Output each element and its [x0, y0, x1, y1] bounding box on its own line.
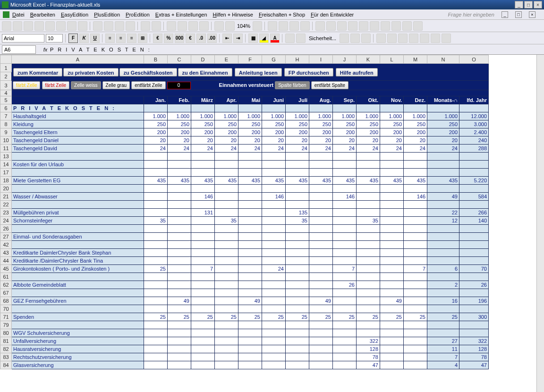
cell-80-C[interactable]: [168, 329, 191, 337]
monat-80[interactable]: [427, 329, 459, 337]
jahr-7[interactable]: 12.000: [459, 112, 489, 120]
cell-42-K[interactable]: [357, 241, 380, 249]
cell-79-K[interactable]: [357, 321, 380, 329]
cell-83-M[interactable]: [404, 353, 427, 361]
cell-8-I[interactable]: 250: [309, 120, 333, 128]
row-header-23[interactable]: 23: [0, 209, 12, 217]
cell-24-D[interactable]: [191, 217, 215, 225]
col-monat[interactable]: Monats-∩: [427, 96, 459, 104]
cell-62-J[interactable]: 26: [333, 281, 357, 289]
row-header-21[interactable]: 21: [0, 193, 12, 201]
cell-20-M[interactable]: [404, 185, 427, 193]
monat-81[interactable]: 27: [427, 337, 459, 345]
cell-17-F[interactable]: [238, 169, 262, 177]
cell-22-M[interactable]: [404, 201, 427, 209]
cell-27-B[interactable]: [144, 233, 168, 241]
monat-7[interactable]: 1.000: [427, 112, 459, 120]
cell-71-H[interactable]: 25: [286, 313, 309, 321]
label-row-21[interactable]: Wasser / Abwasser: [12, 193, 144, 201]
sec5-icon[interactable]: [361, 34, 371, 43]
cell-62-G[interactable]: [262, 281, 286, 289]
cell-71-F[interactable]: 25: [238, 313, 262, 321]
col-header-A[interactable]: A: [12, 55, 144, 64]
cell-45-F[interactable]: [238, 265, 262, 273]
cell-27-G[interactable]: [262, 233, 286, 241]
nav-button-zudeneinnahmen[interactable]: zu den Einnahmen: [178, 68, 232, 77]
cell-81-K[interactable]: 322: [357, 337, 380, 345]
cell-62-E[interactable]: [215, 281, 238, 289]
jahr-68[interactable]: 196: [459, 297, 489, 305]
cell-44-F[interactable]: [238, 257, 262, 265]
cell-17-G[interactable]: [262, 169, 286, 177]
paste-icon[interactable]: [115, 21, 124, 31]
cell-81-G[interactable]: [262, 337, 286, 345]
color-row-button[interactable]: färbt Zeile: [42, 81, 69, 89]
cell-79-J[interactable]: [333, 321, 357, 329]
cell-13-H[interactable]: [286, 153, 309, 161]
cell-45-I[interactable]: [309, 265, 333, 273]
label-row-14[interactable]: Kosten für den Urlaub: [12, 161, 144, 169]
label-row-8[interactable]: Kleidung: [12, 120, 144, 128]
cell-20-J[interactable]: [333, 185, 357, 193]
doc-restore-button[interactable]: □: [515, 11, 522, 18]
cell-20-H[interactable]: [286, 185, 309, 193]
cell-17-K[interactable]: [357, 169, 380, 177]
col-header-E[interactable]: E: [215, 55, 238, 64]
cell-45-M[interactable]: 7: [404, 265, 427, 273]
cell-20-F[interactable]: [238, 185, 262, 193]
cell-22-J[interactable]: [333, 201, 357, 209]
cell-7-M[interactable]: 1.000: [404, 112, 427, 120]
cell-11-H[interactable]: 24: [286, 145, 309, 153]
cell-67-E[interactable]: [215, 289, 238, 297]
cell-10-L[interactable]: 20: [380, 136, 404, 145]
cell-71-B[interactable]: 25: [144, 313, 168, 321]
jahr-84[interactable]: 47: [459, 361, 489, 369]
row-header-10[interactable]: 10: [0, 136, 12, 145]
cell-43-D[interactable]: [191, 249, 215, 257]
cell-22-K[interactable]: [357, 201, 380, 209]
cell-20-E[interactable]: [215, 185, 238, 193]
cell-80-B[interactable]: [144, 329, 168, 337]
monat-18[interactable]: 435: [427, 177, 459, 185]
label-row-17[interactable]: [12, 169, 144, 177]
cell-10-J[interactable]: 20: [333, 136, 357, 145]
label-row-23[interactable]: Müllgebühren privat: [12, 209, 144, 217]
cell-13-C[interactable]: [168, 153, 191, 161]
row-header-80[interactable]: 80: [0, 329, 12, 337]
row-header-8[interactable]: 8: [0, 120, 12, 128]
jahr-80[interactable]: [459, 329, 489, 337]
cell-18-E[interactable]: 435: [215, 177, 238, 185]
row-header-62[interactable]: 62: [0, 281, 12, 289]
cell-11-B[interactable]: 24: [144, 145, 168, 153]
cell-9-G[interactable]: 200: [262, 128, 286, 136]
label-row-70[interactable]: [12, 305, 144, 313]
cell-10-F[interactable]: 20: [238, 136, 262, 145]
extra7-icon[interactable]: [442, 34, 451, 43]
bold-button[interactable]: F: [68, 34, 78, 43]
menu-hilfenhinweise[interactable]: Hilfen + Hinweise: [213, 12, 253, 17]
ext4-icon[interactable]: [300, 21, 310, 31]
cell-43-L[interactable]: [380, 249, 404, 257]
cell-20-K[interactable]: [357, 185, 380, 193]
cell-80-H[interactable]: [286, 329, 309, 337]
ext12-icon[interactable]: [391, 21, 401, 31]
cell-83-F[interactable]: [238, 353, 262, 361]
cell-7-L[interactable]: 1.000: [380, 112, 404, 120]
cell-13-L[interactable]: [380, 153, 404, 161]
align-center-icon[interactable]: ≡: [116, 34, 126, 43]
cell-8-K[interactable]: 250: [357, 120, 380, 128]
inc-indent-icon[interactable]: ⇥: [233, 34, 243, 43]
cell-8-C[interactable]: 250: [168, 120, 191, 128]
research-icon[interactable]: [78, 21, 87, 31]
label-row-80[interactable]: WGV Schulversicherung: [12, 329, 144, 337]
cell-24-K[interactable]: 35: [357, 217, 380, 225]
cell-21-K[interactable]: [357, 193, 380, 201]
cell-17-J[interactable]: [333, 169, 357, 177]
cell-62-M[interactable]: [404, 281, 427, 289]
font-color-icon[interactable]: A: [270, 34, 280, 43]
cell-71-D[interactable]: 25: [191, 313, 215, 321]
cell-11-C[interactable]: 24: [168, 145, 191, 153]
cell-26-C[interactable]: [168, 225, 191, 233]
cell-44-K[interactable]: [357, 257, 380, 265]
percent-icon[interactable]: %: [164, 34, 173, 43]
